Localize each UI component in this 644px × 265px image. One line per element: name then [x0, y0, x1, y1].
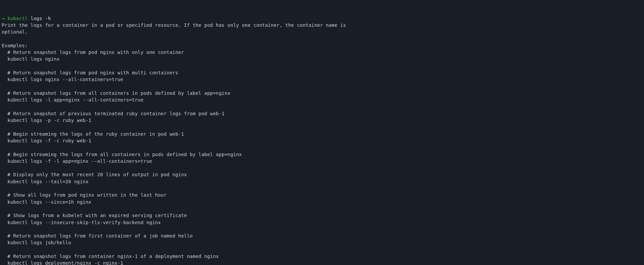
example-comment: # Return snapshot logs from all containe…: [7, 90, 230, 96]
example-command: kubectl logs --since=1h nginx: [7, 199, 91, 205]
example-command: kubectl logs deployment/nginx -c nginx-1: [7, 260, 123, 265]
example-comment: # Begin streaming the logs from all cont…: [7, 152, 242, 157]
example-command: kubectl logs job/hello: [7, 240, 71, 245]
example-command: kubectl logs --insecure-skip-tls-verify-…: [7, 220, 161, 225]
help-description: Print the logs for a container in a pod …: [2, 22, 346, 35]
example-comment: # Return snapshot logs from pod nginx wi…: [7, 70, 178, 75]
example-command: kubectl logs --tail=20 nginx: [7, 179, 89, 184]
example-command: kubectl logs -l app=nginx --all-containe…: [7, 97, 144, 103]
example-command: kubectl logs -f -c ruby web-1: [7, 138, 91, 143]
example-comment: # Begin streaming the logs of the ruby c…: [7, 131, 184, 137]
prompt-command: kubectl: [7, 16, 28, 21]
example-comment: # Show all logs from pod nginx written i…: [7, 192, 167, 198]
example-command: kubectl logs nginx: [7, 56, 59, 62]
example-command: kubectl logs nginx --all-containers=true: [7, 77, 123, 82]
prompt-args: logs -h: [31, 16, 51, 21]
example-comment: # Return snapshot of previous terminated…: [7, 111, 224, 116]
prompt-arrow: →: [2, 16, 5, 21]
example-comment: # Return snapshot logs from pod nginx wi…: [7, 50, 184, 55]
examples-header: Examples:: [2, 43, 28, 48]
example-comment: # Return snapshot logs from container ng…: [7, 254, 219, 259]
example-command: kubectl logs -p -c ruby web-1: [7, 118, 91, 123]
example-comment: # Show logs from a kubelet with an expir…: [7, 213, 187, 218]
example-comment: # Return snapshot logs from first contai…: [7, 233, 193, 239]
example-comment: # Display only the most recent 20 lines …: [7, 172, 187, 177]
terminal-output[interactable]: → kubectl logs -h Print the logs for a c…: [2, 16, 346, 265]
example-command: kubectl logs -f -l app=nginx --all-conta…: [7, 158, 152, 164]
